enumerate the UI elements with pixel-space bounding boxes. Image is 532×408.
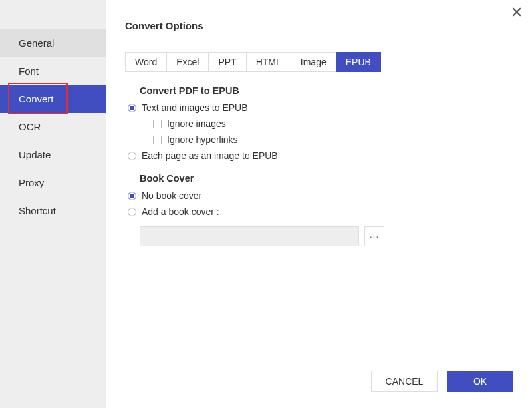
main-panel: ✕ Convert Options Word Excel PPT HTML Im… — [106, 0, 532, 408]
format-tabs: Word Excel PPT HTML Image EPUB — [125, 52, 532, 72]
sidebar-item-update[interactable]: Update — [0, 141, 106, 169]
sidebar-item-ocr[interactable]: OCR — [0, 113, 106, 141]
option-label: Ignore hyperlinks — [167, 134, 238, 145]
browse-button[interactable]: ··· — [364, 226, 384, 246]
sidebar-item-convert[interactable]: Convert — [0, 85, 106, 113]
option-label: Ignore images — [167, 118, 226, 129]
tab-label: EPUB — [346, 57, 371, 67]
radio-text-images[interactable] — [128, 104, 136, 112]
button-label: OK — [473, 376, 487, 387]
convert-section: Convert PDF to EPUB Text and images to E… — [106, 72, 532, 246]
section-heading: Convert PDF to EPUB — [140, 85, 512, 96]
close-icon[interactable]: ✕ — [511, 5, 523, 20]
sidebar-item-label: OCR — [19, 121, 41, 132]
sidebar-item-label: Shortcut — [19, 205, 56, 216]
option-label: Each page as an image to EPUB — [142, 150, 278, 161]
tab-word[interactable]: Word — [125, 52, 167, 72]
tab-label: HTML — [256, 57, 281, 67]
dots-icon: ··· — [370, 231, 380, 242]
sidebar-item-label: General — [19, 37, 54, 49]
sidebar-item-label: Proxy — [19, 177, 44, 188]
radio-page-as-image[interactable] — [128, 152, 136, 160]
tab-epub[interactable]: EPUB — [336, 52, 381, 72]
tab-excel[interactable]: Excel — [166, 52, 209, 72]
button-label: CANCEL — [386, 376, 424, 387]
section-heading: Book Cover — [140, 173, 512, 184]
sidebar-item-proxy[interactable]: Proxy — [0, 169, 106, 197]
sidebar-item-label: Convert — [19, 93, 54, 104]
sidebar-item-label: Font — [19, 65, 39, 77]
sidebar: General Font Convert OCR Update Proxy Sh… — [0, 0, 106, 408]
cancel-button[interactable]: CANCEL — [371, 371, 438, 392]
footer: CANCEL OK — [106, 371, 532, 408]
sidebar-item-label: Update — [19, 149, 51, 160]
tab-label: Excel — [176, 57, 199, 67]
tab-image[interactable]: Image — [291, 52, 336, 72]
page-title: Convert Options — [106, 0, 532, 41]
sidebar-item-general[interactable]: General — [0, 29, 106, 57]
option-label: Text and images to EPUB — [142, 102, 248, 113]
tab-label: Image — [301, 57, 327, 67]
check-ignore-hyperlinks[interactable] — [153, 136, 162, 144]
sidebar-item-shortcut[interactable]: Shortcut — [0, 197, 106, 225]
radio-no-cover[interactable] — [128, 192, 136, 200]
sidebar-item-font[interactable]: Font — [0, 57, 106, 85]
tab-html[interactable]: HTML — [246, 52, 291, 72]
option-label: Add a book cover : — [142, 206, 219, 217]
cover-path-input[interactable] — [140, 226, 359, 246]
radio-add-cover[interactable] — [128, 208, 136, 216]
tab-label: PPT — [218, 57, 236, 67]
option-label: No book cover — [142, 190, 201, 201]
ok-button[interactable]: OK — [447, 371, 513, 392]
tab-label: Word — [135, 57, 157, 67]
tab-ppt[interactable]: PPT — [208, 52, 246, 72]
check-ignore-images[interactable] — [153, 120, 162, 128]
divider — [120, 41, 521, 41]
